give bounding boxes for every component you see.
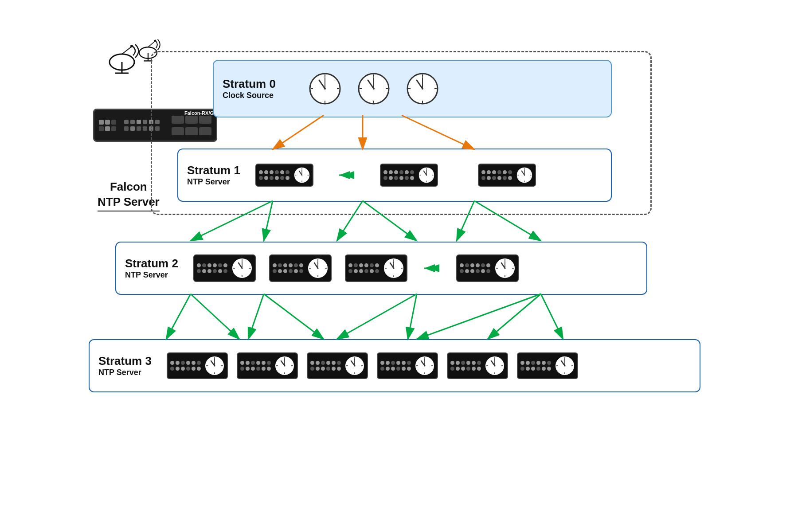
stratum-2-title: Stratum 2 <box>125 257 183 270</box>
svg-line-8 <box>148 41 155 47</box>
clock-1 <box>309 72 341 105</box>
ntp-device-s2-2 <box>269 254 332 282</box>
falcon-label-line1: Falcon <box>98 180 160 195</box>
svg-point-9 <box>154 39 156 42</box>
ntp-device-s2-1 <box>193 254 256 282</box>
hw-port <box>111 126 116 131</box>
ntp-device-s1-2 <box>380 164 438 187</box>
clock-3 <box>406 72 439 105</box>
stratum-2-subtitle: NTP Server <box>125 270 183 280</box>
stratum-1-devices <box>255 164 536 187</box>
stratum-3-devices <box>167 352 578 379</box>
stratum-0-clocks <box>309 72 439 105</box>
ntp-device-s3-3 <box>307 352 368 379</box>
stratum-0-label: Stratum 0 Clock Source <box>223 77 280 100</box>
ntp-device-s1-1 <box>255 164 313 187</box>
svg-point-4 <box>130 45 133 47</box>
ntp-device-s3-5 <box>447 352 508 379</box>
horizontal-arrow-s2 <box>421 262 443 275</box>
ntp-device-s3-1 <box>167 352 228 379</box>
falcon-label: Falcon NTP Server <box>98 180 160 211</box>
diagram-container: Falcon-RX/G <box>89 33 709 499</box>
ntp-device-s3-2 <box>237 352 298 379</box>
svg-line-3 <box>122 47 132 54</box>
ntp-device-s1-3-wrapper <box>478 164 536 187</box>
stratum-3-label: Stratum 3 NTP Server <box>98 354 156 377</box>
hw-port <box>99 126 104 131</box>
falcon-label-line2: NTP Server <box>98 195 160 210</box>
stratum-0-box: Stratum 0 Clock Source <box>213 60 612 117</box>
ntp-device-s2-3 <box>345 254 407 282</box>
svg-line-159 <box>264 294 324 339</box>
svg-line-157 <box>191 294 239 339</box>
svg-line-164 <box>541 294 563 339</box>
svg-line-156 <box>166 294 191 339</box>
svg-line-161 <box>408 294 417 339</box>
ntp-device-s2-4 <box>456 254 519 282</box>
ntp-device-s3-4 <box>377 352 438 379</box>
stratum-2-devices <box>193 254 519 282</box>
svg-line-160 <box>337 294 417 339</box>
stratum-2-box: Stratum 2 NTP Server <box>115 242 647 295</box>
ntp-device-s1-3 <box>478 164 536 187</box>
hw-ports-left <box>99 120 116 131</box>
stratum-2-label: Stratum 2 NTP Server <box>125 257 183 280</box>
ntp-device-s3-6 <box>517 352 578 379</box>
clock-2 <box>357 72 390 105</box>
svg-line-158 <box>248 294 264 339</box>
stratum-1-label: Stratum 1 NTP Server <box>187 164 245 187</box>
horizontal-arrow-s1 <box>336 168 358 182</box>
svg-line-163 <box>488 294 541 339</box>
stratum-1-subtitle: NTP Server <box>187 177 245 187</box>
stratum-1-box: Stratum 1 NTP Server <box>177 149 612 202</box>
hw-port <box>111 120 116 125</box>
hw-port <box>105 126 110 131</box>
stratum-0-subtitle: Clock Source <box>223 91 280 100</box>
stratum-1-title: Stratum 1 <box>187 164 245 177</box>
stratum-3-title: Stratum 3 <box>98 354 156 368</box>
stratum-3-subtitle: NTP Server <box>98 368 156 377</box>
stratum-3-box: Stratum 3 NTP Server <box>89 339 700 392</box>
hw-port <box>105 120 110 125</box>
stratum-0-title: Stratum 0 <box>223 77 280 91</box>
hw-port <box>99 120 104 125</box>
svg-line-162 <box>417 294 541 339</box>
